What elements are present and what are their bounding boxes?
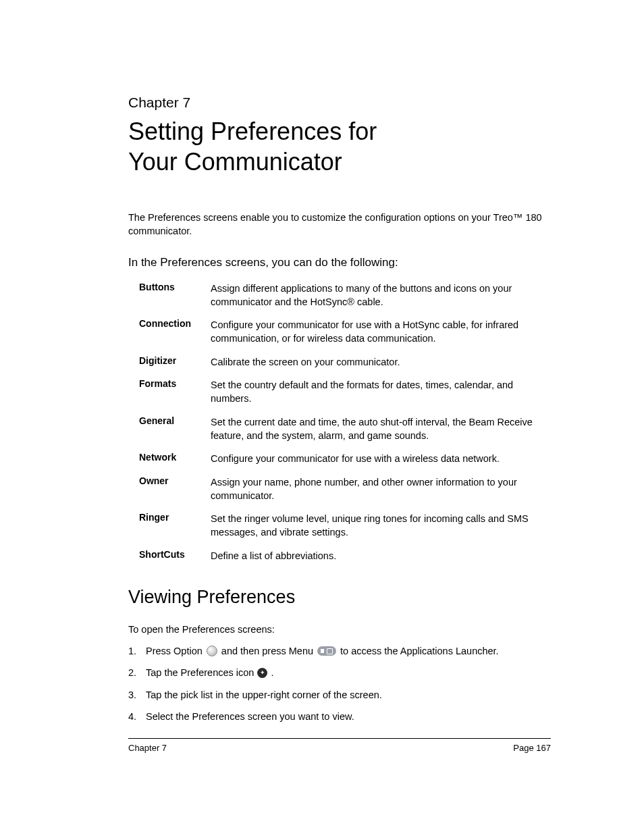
- pref-desc: Set the current date and time, the auto …: [211, 415, 551, 443]
- pref-term: Buttons: [139, 282, 211, 292]
- step-number: 2.: [128, 666, 146, 679]
- title-line-1: Setting Preferences for: [128, 118, 377, 145]
- step-text: Select the Preferences screen you want t…: [146, 710, 551, 723]
- step-3: 3. Tap the pick list in the upper-right …: [128, 688, 551, 702]
- step-1-part-a: Press Option: [146, 644, 203, 658]
- pref-desc: Assign your name, phone number, and othe…: [211, 475, 551, 503]
- pref-term: Network: [139, 452, 211, 463]
- option-button-icon: [207, 646, 217, 656]
- menu-button-icon: [317, 646, 336, 656]
- pref-term: Connection: [139, 318, 211, 329]
- intro-paragraph: The Preferences screens enable you to cu…: [128, 211, 551, 238]
- pref-row-shortcuts: ShortCuts Define a list of abbreviations…: [139, 549, 551, 563]
- viewing-preferences-heading: Viewing Preferences: [128, 587, 551, 608]
- pref-row-general: General Set the current date and time, t…: [139, 415, 551, 443]
- pref-row-connection: Connection Configure your communicator f…: [139, 318, 551, 346]
- chapter-label: Chapter 7: [128, 95, 551, 111]
- pref-row-network: Network Configure your communicator for …: [139, 452, 551, 465]
- step-number: 3.: [128, 688, 146, 702]
- pref-row-buttons: Buttons Assign different applications to…: [139, 282, 551, 309]
- step-text: Tap the Preferences icon ✦.: [146, 666, 551, 679]
- step-4: 4. Select the Preferences screen you wan…: [128, 710, 551, 723]
- pref-term: Digitizer: [139, 355, 211, 366]
- step-text: Tap the pick list in the upper-right cor…: [146, 688, 551, 702]
- pref-term: ShortCuts: [139, 549, 211, 560]
- pref-desc: Calibrate the screen on your communicato…: [211, 355, 551, 369]
- footer-page-number: Page 167: [513, 743, 551, 753]
- preferences-icon: ✦: [257, 668, 267, 678]
- step-1-part-c: to access the Applications Launcher.: [340, 644, 499, 658]
- pref-desc: Assign different applications to many of…: [211, 282, 551, 309]
- pref-row-owner: Owner Assign your name, phone number, an…: [139, 475, 551, 503]
- pref-desc: Set the ringer volume level, unique ring…: [211, 512, 551, 540]
- pref-row-digitizer: Digitizer Calibrate the screen on your c…: [139, 355, 551, 369]
- chapter-title: Setting Preferences for Your Communicato…: [128, 116, 551, 177]
- steps-heading: To open the Preferences screens:: [128, 624, 551, 635]
- document-page: Chapter 7 Setting Preferences for Your C…: [0, 0, 644, 834]
- pref-term: Formats: [139, 378, 211, 389]
- pref-row-formats: Formats Set the country default and the …: [139, 378, 551, 406]
- preferences-subhead: In the Preferences screens, you can do t…: [128, 256, 551, 269]
- pref-term: Owner: [139, 475, 211, 486]
- step-2: 2. Tap the Preferences icon ✦.: [128, 666, 551, 679]
- footer-chapter: Chapter 7: [128, 743, 167, 753]
- step-text: Press Option and then press Menu to acce…: [146, 644, 551, 658]
- step-1-part-b: and then press Menu: [221, 644, 313, 658]
- step-1: 1. Press Option and then press Menu to a…: [128, 644, 551, 658]
- pref-desc: Configure your communicator for use with…: [211, 452, 551, 465]
- preferences-table: Buttons Assign different applications to…: [139, 282, 551, 563]
- step-2-part-a: Tap the Preferences icon: [146, 666, 254, 679]
- pref-term: General: [139, 415, 211, 426]
- page-footer: Chapter 7 Page 167: [128, 738, 551, 753]
- step-list: 1. Press Option and then press Menu to a…: [128, 644, 551, 723]
- pref-row-ringer: Ringer Set the ringer volume level, uniq…: [139, 512, 551, 540]
- step-number: 1.: [128, 644, 146, 658]
- title-line-2: Your Communicator: [128, 148, 342, 176]
- pref-desc: Define a list of abbreviations.: [211, 549, 551, 563]
- pref-desc: Configure your communicator for use with…: [211, 318, 551, 346]
- step-number: 4.: [128, 710, 146, 723]
- step-2-part-b: .: [271, 666, 273, 679]
- pref-desc: Set the country default and the formats …: [211, 378, 551, 406]
- pref-term: Ringer: [139, 512, 211, 523]
